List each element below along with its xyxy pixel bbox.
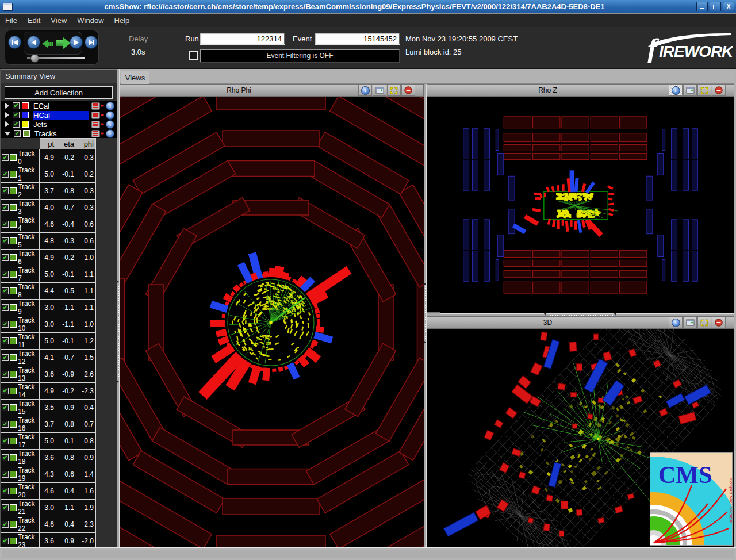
minimize-button[interactable]: [696, 2, 708, 11]
maximize-button[interactable]: [710, 2, 721, 11]
track-visibility-checkbox[interactable]: ✔: [2, 388, 9, 394]
step-back-arrow-icon[interactable]: [42, 40, 53, 48]
info-icon[interactable]: i: [106, 111, 114, 120]
visibility-checkbox[interactable]: ✔: [14, 130, 21, 137]
view-expand-button[interactable]: [697, 317, 711, 328]
track-color-swatch[interactable]: [10, 237, 17, 244]
filter-icon[interactable]: [91, 130, 100, 137]
close-button[interactable]: X: [723, 2, 734, 11]
rho-phi-canvas[interactable]: [120, 97, 424, 547]
rho-z-canvas[interactable]: [427, 97, 734, 313]
menu-window[interactable]: Window: [72, 16, 109, 25]
menu-view[interactable]: View: [45, 16, 72, 25]
menu-file[interactable]: File: [0, 16, 22, 25]
table-row[interactable]: ✔Track 34.0-0.70.3: [1, 200, 96, 216]
column-header-pt[interactable]: pt: [40, 139, 56, 149]
filter-icon[interactable]: [91, 112, 100, 119]
track-color-swatch[interactable]: [10, 304, 17, 311]
track-color-swatch[interactable]: [10, 287, 17, 294]
color-swatch[interactable]: [23, 130, 30, 137]
first-event-button[interactable]: [8, 36, 21, 49]
collection-row-jets[interactable]: ✔Jetsi: [1, 120, 117, 129]
track-visibility-checkbox[interactable]: ✔: [2, 404, 9, 411]
track-color-swatch[interactable]: [10, 421, 17, 428]
track-visibility-checkbox[interactable]: ✔: [2, 271, 9, 278]
play-forward-arrow-icon[interactable]: [56, 37, 71, 49]
track-visibility-checkbox[interactable]: ✔: [2, 354, 9, 361]
visibility-checkbox[interactable]: ✔: [13, 121, 20, 128]
add-collection-button[interactable]: Add Collection: [5, 86, 113, 99]
track-color-swatch[interactable]: [10, 154, 17, 161]
previous-event-button[interactable]: [27, 36, 40, 49]
last-event-button[interactable]: [85, 36, 98, 49]
run-input[interactable]: [200, 33, 285, 44]
track-visibility-checkbox[interactable]: ✔: [2, 254, 9, 261]
next-event-button[interactable]: [70, 36, 83, 49]
track-color-swatch[interactable]: [10, 488, 17, 494]
expand-arrow-icon[interactable]: [5, 103, 9, 109]
view-undock-button[interactable]: [683, 85, 697, 96]
track-color-swatch[interactable]: [10, 354, 17, 361]
track-visibility-checkbox[interactable]: ✔: [2, 371, 9, 378]
track-visibility-checkbox[interactable]: ✔: [2, 471, 9, 478]
track-visibility-checkbox[interactable]: ✔: [2, 304, 9, 311]
table-row[interactable]: ✔Track 133.6-0.92.6: [1, 366, 96, 383]
track-visibility-checkbox[interactable]: ✔: [2, 454, 9, 461]
track-visibility-checkbox[interactable]: ✔: [2, 438, 9, 444]
track-color-swatch[interactable]: [10, 504, 17, 511]
table-row[interactable]: ✔Track 183.60.80.9: [1, 450, 96, 466]
table-row[interactable]: ✔Track 224.60.42.3: [1, 516, 96, 533]
info-icon[interactable]: i: [106, 120, 114, 129]
table-row[interactable]: ✔Track 04.9-0.20.3: [1, 149, 96, 166]
collection-label[interactable]: Jets: [33, 120, 91, 129]
track-color-swatch[interactable]: [10, 454, 17, 461]
collection-row-hcal[interactable]: ✔HCali: [1, 110, 117, 120]
table-row[interactable]: ✔Track 115.0-0.11.2: [1, 333, 96, 350]
track-color-swatch[interactable]: [10, 404, 17, 411]
track-color-swatch[interactable]: [10, 254, 17, 261]
table-row[interactable]: ✔Track 163.70.80.7: [1, 416, 96, 433]
menu-edit[interactable]: Edit: [22, 16, 45, 25]
table-row[interactable]: ✔Track 44.6-0.40.6: [1, 216, 96, 233]
track-visibility-checkbox[interactable]: ✔: [2, 337, 9, 344]
track-color-swatch[interactable]: [10, 438, 17, 444]
delay-slider-knob[interactable]: [30, 54, 39, 63]
table-row[interactable]: ✔Track 54.8-0.30.6: [1, 233, 96, 250]
track-color-swatch[interactable]: [10, 371, 17, 378]
filter-icon[interactable]: [91, 121, 100, 128]
view-info-button[interactable]: i: [358, 85, 372, 96]
track-visibility-checkbox[interactable]: ✔: [2, 538, 9, 544]
collection-row-tracks[interactable]: ✔Tracksi: [1, 129, 117, 138]
visibility-checkbox[interactable]: ✔: [13, 112, 20, 118]
menu-help[interactable]: Help: [109, 16, 135, 25]
track-visibility-checkbox[interactable]: ✔: [2, 421, 9, 428]
view-undock-button[interactable]: [683, 317, 697, 328]
track-color-swatch[interactable]: [10, 521, 17, 528]
color-swatch[interactable]: [22, 121, 29, 128]
track-visibility-checkbox[interactable]: ✔: [2, 187, 9, 194]
collection-label[interactable]: ECal: [33, 102, 91, 110]
view-close-button[interactable]: [712, 85, 726, 96]
track-visibility-checkbox[interactable]: ✔: [2, 171, 9, 178]
table-row[interactable]: ✔Track 75.0-0.11.1: [1, 266, 96, 283]
track-visibility-checkbox[interactable]: ✔: [2, 204, 9, 211]
table-row[interactable]: ✔Track 153.50.90.4: [1, 400, 96, 416]
table-row[interactable]: ✔Track 84.4-0.51.1: [1, 283, 96, 300]
track-visibility-checkbox[interactable]: ✔: [2, 321, 9, 328]
table-row[interactable]: ✔Track 144.9-0.2-2.3: [1, 383, 96, 400]
info-icon[interactable]: i: [106, 102, 114, 110]
track-color-swatch[interactable]: [10, 204, 17, 211]
track-visibility-checkbox[interactable]: ✔: [2, 237, 9, 244]
view-expand-button[interactable]: [697, 85, 711, 96]
track-color-swatch[interactable]: [10, 271, 17, 278]
view-undock-button[interactable]: [373, 85, 386, 96]
table-row[interactable]: ✔Track 93.0-1.11.1: [1, 300, 96, 316]
view-expand-button[interactable]: [387, 85, 401, 96]
track-visibility-checkbox[interactable]: ✔: [2, 154, 9, 161]
view-close-button[interactable]: [712, 317, 726, 328]
collection-row-ecal[interactable]: ✔ECali: [1, 101, 117, 110]
view-info-button[interactable]: i: [669, 85, 683, 96]
event-filter-button[interactable]: Event Filtering is OFF: [200, 49, 400, 63]
expand-arrow-icon[interactable]: [5, 112, 9, 118]
track-color-swatch[interactable]: [10, 171, 17, 178]
